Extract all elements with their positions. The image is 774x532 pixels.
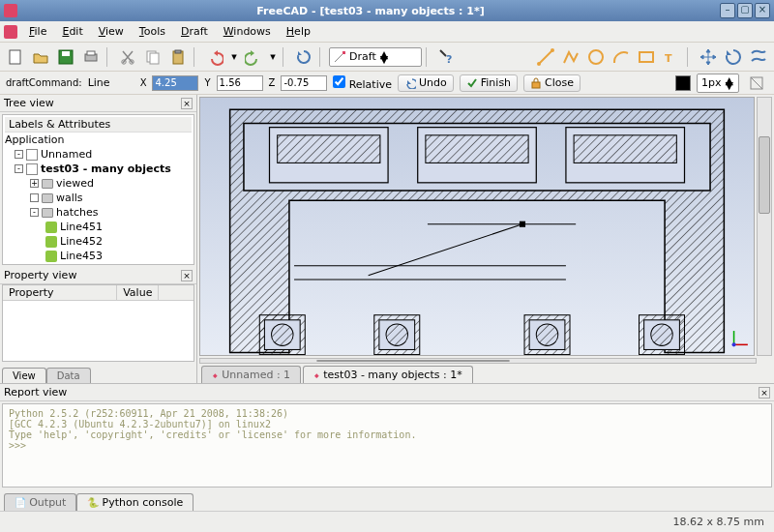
draft-rotate-button[interactable] <box>722 45 745 69</box>
doc-tab-unnamed[interactable]: ⬥ Unnamed : 1 <box>201 366 301 383</box>
vertical-scrollbar[interactable] <box>757 97 772 356</box>
tab-output[interactable]: 📄 Output <box>4 493 76 511</box>
x-input[interactable] <box>152 75 198 91</box>
menu-help[interactable]: Help <box>279 23 318 40</box>
z-input[interactable] <box>281 75 327 91</box>
print-button[interactable] <box>79 45 103 69</box>
main-toolbar: ▾ ▾ Draft ▲▼ ? T <box>0 43 774 72</box>
check-icon <box>466 77 478 89</box>
doc-tab-test03[interactable]: ⬥ test03 - many objects : 1* <box>303 366 473 383</box>
undo-dropdown[interactable]: ▾ <box>228 45 240 69</box>
line-color-chip[interactable] <box>675 75 691 91</box>
menu-file[interactable]: File <box>21 23 54 40</box>
menu-tools[interactable]: Tools <box>132 23 173 40</box>
tree-item-label: hatches <box>56 206 99 219</box>
expand-toggle[interactable] <box>30 193 39 202</box>
copy-button[interactable] <box>141 45 164 69</box>
horizontal-scrollbar[interactable] <box>199 358 757 364</box>
tree-item[interactable]: walls <box>5 191 192 205</box>
x-label: X <box>140 77 147 88</box>
expand-toggle[interactable]: + <box>30 179 39 188</box>
folder-icon <box>42 193 53 203</box>
svg-rect-0 <box>10 50 20 64</box>
svg-point-15 <box>589 50 603 64</box>
svg-point-43 <box>651 324 672 345</box>
window-title: FreeCAD - [test03 - many objects : 1*] <box>23 5 718 17</box>
svg-text:?: ? <box>446 53 452 66</box>
tree-item[interactable]: Line453 <box>5 249 192 263</box>
tree-item[interactable]: -hatches <box>5 205 192 220</box>
tree-view[interactable]: Labels & Attributes Application -Unnamed… <box>2 114 194 265</box>
minimize-button[interactable]: – <box>720 3 735 18</box>
tree-item[interactable]: +viewed <box>5 176 192 191</box>
finish-softbutton[interactable]: Finish <box>460 74 518 92</box>
expand-toggle[interactable]: - <box>15 150 23 159</box>
tree-item[interactable]: -Unnamed <box>5 147 192 162</box>
redo-dropdown[interactable]: ▾ <box>267 45 279 69</box>
draft-line-button[interactable] <box>534 45 557 69</box>
y-input[interactable] <box>217 75 263 91</box>
tree-item[interactable]: -test03 - many objects <box>5 162 192 176</box>
open-button[interactable] <box>29 45 52 69</box>
report-view-title[interactable]: Report view× <box>0 384 774 401</box>
tab-data[interactable]: Data <box>46 368 91 383</box>
draft-text-button[interactable]: T <box>660 45 683 69</box>
undo-softbutton[interactable]: Undo <box>398 74 454 92</box>
draft-wire-button[interactable] <box>559 45 582 69</box>
line-icon <box>45 236 57 248</box>
tab-view[interactable]: View <box>2 368 46 383</box>
menu-view[interactable]: View <box>91 23 132 40</box>
property-view-title[interactable]: Property view× <box>0 267 196 284</box>
toolbar-separator <box>106 47 112 67</box>
tree-item[interactable]: Line452 <box>5 234 192 249</box>
tree-header[interactable]: Labels & Attributes <box>5 117 192 133</box>
tab-python-console[interactable]: 🐍 Python console <box>76 493 194 511</box>
svg-point-14 <box>551 48 554 52</box>
property-col-property[interactable]: Property <box>3 285 117 300</box>
tree-item[interactable]: Line454 <box>5 263 192 265</box>
report-view: Report view× Python 2.5.2 (r252:60911, A… <box>0 383 774 511</box>
draft-arc-button[interactable] <box>610 45 633 69</box>
save-button[interactable] <box>54 45 77 69</box>
document-icon <box>26 149 38 161</box>
tree-item-label: Line451 <box>60 221 103 233</box>
tree-view-close[interactable]: × <box>181 98 193 109</box>
3d-canvas[interactable] <box>199 97 755 356</box>
draft-offset-button[interactable] <box>747 45 770 69</box>
menu-edit[interactable]: Edit <box>54 23 90 40</box>
refresh-button[interactable] <box>292 45 315 69</box>
tree-item[interactable]: Line451 <box>5 220 192 234</box>
whats-this-button[interactable]: ? <box>435 45 459 69</box>
undo-button[interactable] <box>203 45 226 69</box>
svg-rect-16 <box>640 52 653 62</box>
draft-rectangle-button[interactable] <box>635 45 658 69</box>
style-apply-button[interactable] <box>745 72 768 95</box>
tree-item-label: Line453 <box>60 250 103 262</box>
draft-circle-button[interactable] <box>584 45 608 69</box>
workbench-selector[interactable]: Draft ▲▼ <box>329 47 422 67</box>
property-view-close[interactable]: × <box>181 270 193 281</box>
close-softbutton[interactable]: Close <box>523 74 580 92</box>
draft-move-button[interactable] <box>697 45 720 69</box>
python-console-output[interactable]: Python 2.5.2 (r252:60911, Apr 21 2008, 1… <box>2 403 772 488</box>
cut-button[interactable] <box>116 45 139 69</box>
drawing <box>200 98 754 355</box>
report-view-close[interactable]: × <box>759 387 770 399</box>
relative-checkbox[interactable]: Relative <box>333 75 392 91</box>
close-window-button[interactable]: × <box>755 3 770 18</box>
svg-rect-25 <box>426 135 528 163</box>
svg-rect-11 <box>342 51 345 54</box>
new-button[interactable] <box>4 45 27 69</box>
redo-button[interactable] <box>242 45 265 69</box>
svg-text:T: T <box>665 52 672 65</box>
tree-view-title[interactable]: Tree view× <box>0 95 196 112</box>
paste-button[interactable] <box>166 45 190 69</box>
menu-windows[interactable]: Windows <box>216 23 279 40</box>
tree-root[interactable]: Application <box>5 133 192 147</box>
linewidth-selector[interactable]: 1px▲▼ <box>697 74 739 93</box>
expand-toggle[interactable]: - <box>15 164 23 173</box>
expand-toggle[interactable]: - <box>30 208 39 217</box>
property-col-value[interactable]: Value <box>117 285 159 300</box>
menu-draft[interactable]: Draft <box>173 23 216 40</box>
maximize-button[interactable]: ▢ <box>737 3 753 18</box>
